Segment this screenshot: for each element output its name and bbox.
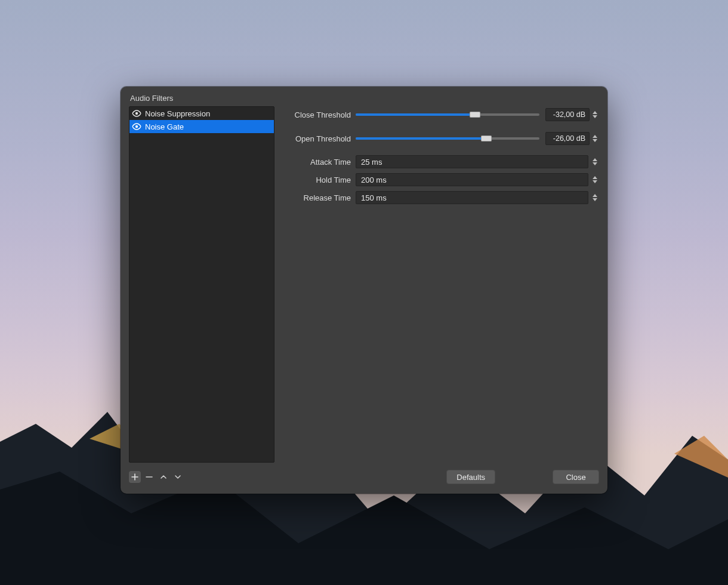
chevron-down-icon[interactable] (593, 115, 597, 118)
attack-time-stepper[interactable] (591, 155, 599, 168)
remove-filter-button[interactable] (143, 471, 155, 483)
filter-item-label: Noise Suppression (145, 109, 210, 118)
close-threshold-slider[interactable] (356, 113, 539, 116)
filter-item-noise-suppression[interactable]: Noise Suppression (129, 107, 274, 120)
open-threshold-slider[interactable] (356, 137, 539, 140)
open-threshold-value[interactable]: -26,00 dB (545, 132, 590, 145)
minus-icon (146, 473, 153, 481)
open-threshold-stepper[interactable] (591, 132, 599, 145)
param-open-threshold: Open Threshold -26,00 dB (292, 131, 599, 146)
add-filter-button[interactable] (129, 471, 141, 483)
chevron-up-icon[interactable] (593, 176, 597, 179)
filter-item-label: Noise Gate (145, 122, 184, 131)
plus-icon (131, 473, 138, 481)
hold-time-stepper[interactable] (591, 173, 599, 186)
param-attack-time: Attack Time 25 ms (292, 155, 599, 168)
defaults-button[interactable]: Defaults (446, 470, 495, 484)
attack-time-input[interactable]: 25 ms (356, 155, 588, 168)
chevron-down-icon[interactable] (593, 162, 597, 165)
dialog-footer: Defaults Close (129, 469, 599, 485)
release-time-stepper[interactable] (591, 191, 599, 204)
param-label: Release Time (292, 193, 351, 202)
hold-time-input[interactable]: 200 ms (356, 173, 588, 186)
param-label: Attack Time (292, 158, 351, 167)
svg-point-0 (135, 112, 138, 115)
audio-filters-dialog: Audio Filters Noise Suppression Noise Ga… (121, 87, 607, 494)
param-hold-time: Hold Time 200 ms (292, 173, 599, 186)
close-threshold-stepper[interactable] (591, 108, 599, 121)
svg-point-1 (135, 125, 138, 128)
param-release-time: Release Time 150 ms (292, 191, 599, 204)
param-label: Open Threshold (292, 134, 351, 143)
chevron-up-icon[interactable] (593, 135, 597, 138)
param-label: Hold Time (292, 176, 351, 184)
eye-icon (132, 123, 141, 130)
param-close-threshold: Close Threshold -32,00 dB (292, 107, 599, 122)
close-button[interactable]: Close (553, 470, 599, 484)
param-label: Close Threshold (292, 110, 351, 119)
chevron-down-icon (174, 473, 181, 481)
chevron-up-icon[interactable] (593, 158, 597, 161)
chevron-down-icon[interactable] (593, 198, 597, 201)
chevron-up-icon[interactable] (593, 194, 597, 197)
move-filter-down-button[interactable] (172, 471, 184, 483)
move-filter-up-button[interactable] (158, 471, 169, 483)
eye-icon (132, 110, 141, 117)
dialog-title: Audio Filters (129, 94, 599, 103)
close-threshold-value[interactable]: -32,00 dB (545, 108, 590, 121)
chevron-up-icon (160, 473, 167, 481)
chevron-down-icon[interactable] (593, 180, 597, 183)
chevron-up-icon[interactable] (593, 111, 597, 114)
chevron-down-icon[interactable] (593, 139, 597, 142)
filter-settings-panel: Close Threshold -32,00 dB Open Threshold (292, 106, 599, 463)
release-time-input[interactable]: 150 ms (356, 191, 588, 204)
filters-sidebar: Noise Suppression Noise Gate (129, 106, 274, 463)
filter-item-noise-gate[interactable]: Noise Gate (129, 120, 274, 133)
